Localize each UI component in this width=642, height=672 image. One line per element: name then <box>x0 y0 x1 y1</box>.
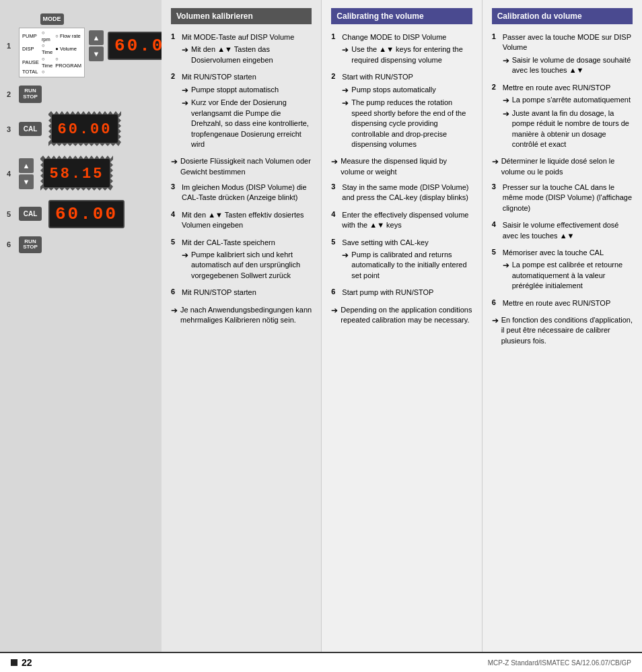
de-note-2: ➔ Je nach Anwendungsbedin­gungen kann me… <box>171 305 312 326</box>
step-num-2: 2 <box>7 90 15 98</box>
up-arrow-btn-4[interactable]: ▲ <box>19 158 34 173</box>
de-step-3: 3 Im gleichen Modus (DISP Volume) die CA… <box>171 182 312 203</box>
fr-step-1: 1 Passer avec la touche MODE sur DISP Vo… <box>492 32 633 76</box>
en-step-3: 3 Stay in the same mode (DISP Volume) an… <box>331 182 472 203</box>
display-5: 60.00 <box>48 200 124 228</box>
run-stop-button-6[interactable]: RUNSTOP <box>19 236 42 254</box>
de-step-2: 2 Mit RUN/STOP starten ➔ Pumpe stoppt au… <box>171 72 312 149</box>
svg-text:60.00: 60.00 <box>57 121 112 138</box>
column-fr: Calibration du volume 1 Passer avec la t… <box>483 0 642 652</box>
step-row-2: 2 RUNSTOP <box>7 86 155 103</box>
fr-step-3: 3 Presser sur la touche CAL dans le même… <box>492 182 633 213</box>
footer: 22 MCP-Z Standard/ISMATEC SA/12.06.07/CB… <box>0 652 642 672</box>
step-num-3: 3 <box>7 125 15 133</box>
de-step-4: 4 Mit den ▲▼ Tasten effektiv dosiertes V… <box>171 210 312 231</box>
content-area: Volumen kalibrieren 1 Mit MODE-Taste auf… <box>162 0 642 652</box>
step-row-4: 4 ▲ ▼ 58.15 <box>7 156 155 192</box>
step-num-5: 5 <box>7 210 15 218</box>
de-step-5: 5 Mit der CAL-Taste speichern ➔ Pumpe ka… <box>171 238 312 281</box>
svg-text:58.15: 58.15 <box>49 166 104 182</box>
left-panel: 1 MODE PUMP○ rpm○ Flow rate DISP○ Time● … <box>0 0 162 652</box>
column-en: Calibrating the volume 1 Change MODE to … <box>322 0 482 652</box>
up-arrow-btn-1[interactable]: ▲ <box>89 30 104 45</box>
spiky-decoration-3: 60.00 <box>48 111 121 146</box>
col-header-fr: Calibration du volume <box>492 8 633 24</box>
step-num-4: 4 <box>7 170 15 178</box>
arrow-buttons-4: ▲ ▼ <box>19 158 34 189</box>
en-note-1: ➔ Measure the dispensed liquid by volume… <box>331 156 472 177</box>
step-row-1: 1 MODE PUMP○ rpm○ Flow rate DISP○ Time● … <box>7 13 155 77</box>
en-step-4: 4 Enter the effectively dispensed volume… <box>331 210 472 231</box>
de-step-6: 6 Mit RUN/STOP starten <box>171 288 312 298</box>
footer-reference: MCP-Z Standard/ISMATEC SA/12.06.07/CB/GP <box>488 659 631 667</box>
cal-button-3[interactable]: CAL <box>19 122 42 136</box>
step-row-3: 3 CAL 60.00 <box>7 111 155 147</box>
de-note-1: ➔ Dosierte Flüssigkeit nach Volumen oder… <box>171 156 312 177</box>
page-number: 22 <box>22 657 32 668</box>
col-header-en: Calibrating the volume <box>331 8 472 24</box>
fr-step-5: 5 Mémoriser avec la touche CAL ➔ La pomp… <box>492 248 633 292</box>
page: 1 MODE PUMP○ rpm○ Flow rate DISP○ Time● … <box>0 0 642 652</box>
fr-step-6: 6 Mettre en route avec RUN/STOP <box>492 298 633 308</box>
fr-note-2: ➔ En fonction des conditions d'applicati… <box>492 315 633 346</box>
mode-button-1[interactable]: MODE <box>40 13 64 25</box>
en-step-6: 6 Start pump with RUN/STOP <box>331 288 472 298</box>
fr-note-1: ➔ Déterminer le liquide dosé selon le vo… <box>492 156 633 177</box>
spiky-decoration-4: 58.15 <box>40 156 113 191</box>
de-step-1: 1 Mit MODE-Taste auf DISP Volume ➔ Mit d… <box>171 32 312 65</box>
col-header-de: Volumen kalibrieren <box>171 8 312 24</box>
mode-table: PUMP○ rpm○ Flow rate DISP○ Time● Volume … <box>19 28 85 77</box>
fr-step-2: 2 Mettre en route avec RUN/STOP ➔ La pom… <box>492 83 633 150</box>
cal-button-5[interactable]: CAL <box>19 207 42 221</box>
page-indicator-icon <box>11 659 17 666</box>
step-num-1: 1 <box>7 42 15 50</box>
run-stop-button-2[interactable]: RUNSTOP <box>19 86 42 103</box>
en-step-5: 5 Save setting with CAL-key ➔ Pump is ca… <box>331 238 472 281</box>
column-de: Volumen kalibrieren 1 Mit MODE-Taste auf… <box>162 0 322 652</box>
down-arrow-btn-4[interactable]: ▼ <box>19 174 34 189</box>
en-note-2: ➔ Depending on the application condition… <box>331 305 472 326</box>
down-arrow-btn-1[interactable]: ▼ <box>89 46 104 61</box>
step-row-6: 6 RUNSTOP <box>7 236 155 254</box>
en-step-1: 1 Change MODE to DISP Volume ➔ Use the ▲… <box>331 32 472 65</box>
en-step-2: 2 Start with RUN/STOP ➔ Pump stops autom… <box>331 72 472 149</box>
fr-step-4: 4 Saisir le volume effectivement dosé av… <box>492 220 633 241</box>
step-row-5: 5 CAL 60.00 <box>7 200 155 228</box>
arrow-buttons-1: ▲ ▼ <box>89 30 104 61</box>
step-num-6: 6 <box>7 240 15 248</box>
footer-page-number: 22 <box>11 657 32 668</box>
